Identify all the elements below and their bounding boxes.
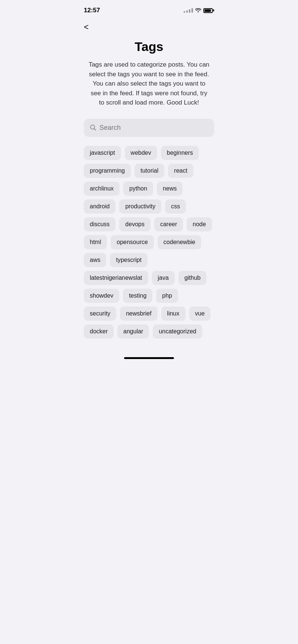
tags-container: javascriptwebdevbeginnersprogrammingtuto…: [84, 146, 214, 339]
tag-pill[interactable]: android: [84, 199, 115, 214]
page-content: Tags Tags are used to categorize posts. …: [76, 36, 222, 350]
tag-pill[interactable]: latestnigerianewslat: [84, 271, 148, 285]
tag-pill[interactable]: docker: [84, 324, 114, 339]
status-bar: 12:57: [76, 0, 222, 19]
tag-pill[interactable]: showdev: [84, 289, 119, 303]
home-indicator-bar: [124, 357, 174, 359]
search-icon: [90, 124, 96, 131]
tag-pill[interactable]: python: [123, 182, 153, 196]
tag-pill[interactable]: javascript: [84, 146, 121, 160]
tag-pill[interactable]: aws: [84, 253, 106, 267]
tag-pill[interactable]: codenewbie: [158, 235, 201, 249]
tag-pill[interactable]: newsbrief: [120, 307, 157, 321]
page-title: Tags: [84, 39, 214, 54]
tag-pill[interactable]: programming: [84, 164, 131, 178]
battery-icon: [203, 8, 214, 13]
tag-pill[interactable]: typescript: [110, 253, 147, 267]
tag-pill[interactable]: news: [157, 182, 183, 196]
wifi-icon: [195, 7, 201, 13]
tag-pill[interactable]: css: [165, 199, 186, 214]
page-description: Tags are used to categorize posts. You c…: [84, 60, 214, 108]
tag-pill[interactable]: node: [187, 217, 212, 231]
tag-pill[interactable]: beginners: [161, 146, 199, 160]
search-container: [84, 119, 214, 137]
tag-pill[interactable]: html: [84, 235, 107, 249]
tag-pill[interactable]: linux: [161, 307, 186, 321]
tag-pill[interactable]: react: [168, 164, 193, 178]
status-icons: [184, 7, 214, 13]
tag-pill[interactable]: tutorial: [134, 164, 164, 178]
search-input[interactable]: [99, 124, 208, 132]
home-indicator: [76, 353, 222, 362]
tag-pill[interactable]: productivity: [119, 199, 161, 214]
tag-pill[interactable]: webdev: [125, 146, 157, 160]
tag-pill[interactable]: security: [84, 307, 116, 321]
tag-pill[interactable]: uncategorized: [153, 324, 202, 339]
search-bar[interactable]: [84, 119, 214, 137]
back-button[interactable]: <: [76, 19, 96, 36]
tag-pill[interactable]: java: [152, 271, 175, 285]
tag-pill[interactable]: archlinux: [84, 182, 120, 196]
tag-pill[interactable]: devops: [119, 217, 150, 231]
tag-pill[interactable]: vue: [189, 307, 211, 321]
signal-dots-icon: [184, 8, 193, 13]
svg-line-1: [94, 129, 96, 131]
tag-pill[interactable]: angular: [117, 324, 149, 339]
tag-pill[interactable]: opensource: [111, 235, 154, 249]
tag-pill[interactable]: testing: [123, 289, 152, 303]
tag-pill[interactable]: discuss: [84, 217, 115, 231]
status-time: 12:57: [84, 7, 100, 14]
tag-pill[interactable]: career: [154, 217, 183, 231]
tag-pill[interactable]: php: [156, 289, 178, 303]
tag-pill[interactable]: github: [178, 271, 207, 285]
